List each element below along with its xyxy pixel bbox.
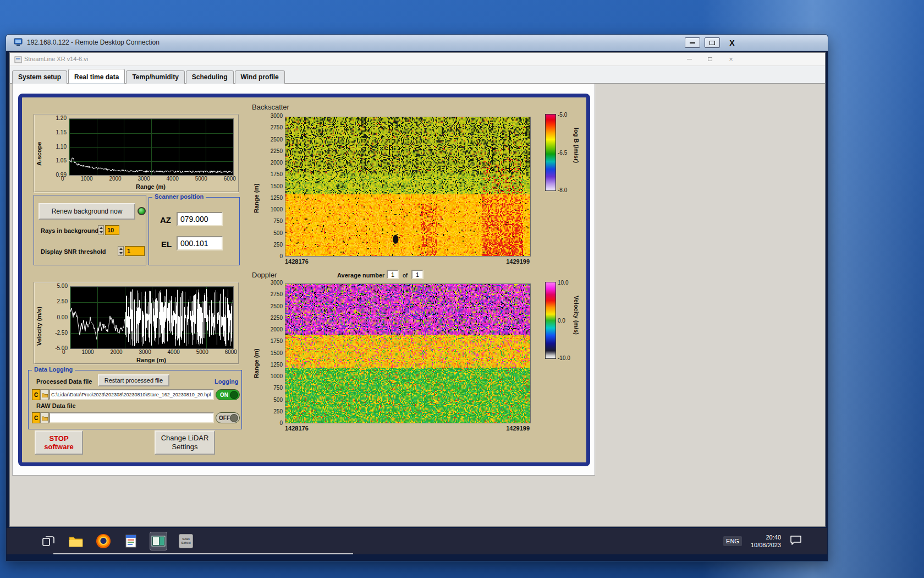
tick-label: 0 bbox=[61, 176, 64, 182]
change-lidar-settings-button[interactable]: Change LiDAR Settings bbox=[155, 430, 215, 455]
renew-background-button[interactable]: Renew background now bbox=[38, 203, 135, 220]
taskbar-highlight-line bbox=[53, 553, 353, 554]
app-close-button[interactable]: × bbox=[725, 54, 737, 64]
scanner-position-title: Scanner position bbox=[152, 193, 206, 200]
renew-led-indicator bbox=[138, 207, 146, 215]
backscatter-x-start: 1428176 bbox=[285, 258, 309, 265]
taskbar-clock[interactable]: 20:40 10/08/2023 bbox=[751, 533, 781, 549]
chat-icon[interactable] bbox=[790, 535, 802, 548]
data-logging-group: Data Logging Processed Data file Restart… bbox=[28, 370, 242, 429]
tick-label: 5000 bbox=[195, 176, 207, 182]
backscatter-colorbar-ticks: -5.0-6.5-8.0 bbox=[558, 112, 567, 193]
rays-value-field[interactable]: 10 bbox=[105, 225, 119, 235]
tick-label: 2000 bbox=[271, 326, 283, 332]
tick-label: 2750 bbox=[271, 124, 283, 130]
app-titlebar[interactable]: StreamLine XR v14-6.vi × bbox=[10, 53, 825, 66]
processed-drive-button[interactable]: C bbox=[32, 389, 40, 400]
tick-label: 1.20 bbox=[56, 115, 67, 121]
el-value-field[interactable]: 000.101 bbox=[177, 236, 223, 250]
file-explorer-icon[interactable] bbox=[67, 532, 85, 550]
scan-tile-line2: Sched bbox=[181, 541, 190, 544]
processed-path-row: C C:\Lidar\Data\Proc\2023\202308\2023081… bbox=[32, 389, 214, 400]
velocity-graph: Velocity (m/s) 5.002.500.00-2.50-5.00 01… bbox=[34, 282, 239, 364]
tick-label: 1250 bbox=[271, 195, 283, 201]
backscatter-title: Backscatter bbox=[252, 103, 289, 111]
taskbar-date: 10/08/2023 bbox=[751, 542, 781, 548]
rdp-minimize-button[interactable] bbox=[685, 37, 700, 48]
tick-label: 250 bbox=[273, 408, 283, 415]
tab-temp-humidity[interactable]: Temp/humidity bbox=[126, 70, 184, 84]
az-value-field[interactable]: 079.000 bbox=[177, 212, 223, 226]
average-total-field[interactable]: 1 bbox=[411, 270, 424, 279]
remote-desktop-strip bbox=[7, 554, 827, 561]
tick-label: -5.0 bbox=[558, 112, 567, 118]
tab-real-time-data[interactable]: Real time data bbox=[68, 69, 125, 84]
streamline-taskbar-icon[interactable] bbox=[150, 532, 167, 550]
tick-label: 1.05 bbox=[56, 157, 67, 163]
backscatter-x-labels: 1428176 1429199 bbox=[285, 258, 530, 265]
tick-label: 750 bbox=[273, 385, 283, 391]
tick-label: 1500 bbox=[271, 350, 283, 356]
tick-label: 2000 bbox=[109, 176, 121, 182]
text-editor-icon[interactable] bbox=[122, 532, 140, 550]
real-time-data-page: A-scope 1.201.151.101.050.99 01000200030… bbox=[12, 84, 595, 476]
app-content: A-scope 1.201.151.101.050.99 01000200030… bbox=[10, 84, 825, 526]
tick-label: 1000 bbox=[271, 206, 283, 212]
language-indicator[interactable]: ENG bbox=[723, 536, 742, 546]
tick-label: 0 bbox=[279, 420, 283, 426]
raw-toggle-knob bbox=[230, 414, 238, 422]
doppler-x-end: 1429199 bbox=[506, 425, 530, 432]
tick-label: 0 bbox=[62, 349, 65, 355]
tick-label: 0.00 bbox=[57, 314, 68, 320]
tick-label: 1000 bbox=[80, 176, 92, 182]
tick-label: 2750 bbox=[271, 291, 283, 297]
firefox-icon[interactable] bbox=[95, 532, 112, 550]
tab-wind-profile[interactable]: Wind profile bbox=[235, 70, 285, 84]
doppler-colorbar bbox=[545, 282, 556, 359]
stop-software-button[interactable]: STOP software bbox=[35, 430, 83, 455]
lidar-panel: A-scope 1.201.151.101.050.99 01000200030… bbox=[18, 94, 590, 466]
tick-label: 5.00 bbox=[57, 283, 68, 289]
snr-spinner[interactable] bbox=[118, 246, 124, 256]
tick-label: 1000 bbox=[271, 373, 283, 379]
settings-line1: Change LiDAR bbox=[161, 434, 209, 443]
tab-scheduling[interactable]: Scheduling bbox=[186, 70, 234, 84]
raw-browse-folder-icon[interactable] bbox=[40, 412, 49, 423]
task-view-icon[interactable] bbox=[40, 532, 57, 550]
rays-spinner[interactable] bbox=[98, 225, 104, 235]
doppler-y-ticks: 3000275025002250200017501500125010007505… bbox=[263, 280, 283, 426]
tick-label: 3000 bbox=[271, 280, 283, 286]
restart-processed-file-button[interactable]: Restart processed file bbox=[98, 374, 169, 386]
velocity-y-ticks: 5.002.500.00-2.50-5.00 bbox=[41, 283, 68, 351]
az-label: AZ bbox=[160, 215, 171, 225]
average-number-field[interactable]: 1 bbox=[387, 270, 399, 279]
tick-label: 1000 bbox=[81, 349, 94, 355]
snr-value-field[interactable]: 1 bbox=[125, 246, 145, 256]
raw-logging-toggle[interactable]: OFF bbox=[216, 412, 240, 423]
rdp-close-button[interactable]: X bbox=[724, 37, 740, 48]
app-minimize-button[interactable] bbox=[683, 54, 695, 64]
raw-drive-button[interactable]: C bbox=[32, 412, 40, 423]
scan-scheduler-icon[interactable]: ScanSched bbox=[177, 532, 195, 550]
tick-label: 0.0 bbox=[558, 318, 570, 324]
tick-label: 4000 bbox=[167, 176, 179, 182]
taskbar: ScanSched ENG 20:40 10/08/2023 bbox=[7, 528, 827, 554]
ascope-x-axis-label: Range (m) bbox=[69, 183, 233, 190]
doppler-colorbar-label: Velocity (m/s) bbox=[573, 296, 580, 335]
snr-threshold-label: Display SNR threshold bbox=[41, 248, 106, 255]
backscatter-colorbar-label: log B (/m/sr) bbox=[573, 128, 580, 163]
processed-browse-folder-icon[interactable] bbox=[40, 389, 49, 400]
raw-path-field[interactable] bbox=[49, 412, 214, 423]
app-restore-button[interactable] bbox=[704, 54, 716, 64]
backscatter-x-end: 1429199 bbox=[506, 258, 530, 265]
tick-label: 3000 bbox=[271, 113, 283, 119]
backscatter-y-axis-label: Range (m) bbox=[253, 152, 260, 213]
processed-path-field[interactable]: C:\Lidar\Data\Proc\2023\202308\20230810\… bbox=[49, 389, 214, 400]
tick-label: -10.0 bbox=[558, 355, 570, 361]
tab-system-setup[interactable]: System setup bbox=[12, 70, 67, 84]
rdp-maximize-button[interactable] bbox=[705, 37, 720, 48]
rdp-titlebar[interactable]: 192.168.0.122 - Remote Desktop Connectio… bbox=[6, 35, 828, 51]
tick-label: 6000 bbox=[224, 176, 236, 182]
processed-logging-toggle[interactable]: ON bbox=[216, 389, 240, 400]
doppler-heatmap bbox=[285, 283, 531, 423]
